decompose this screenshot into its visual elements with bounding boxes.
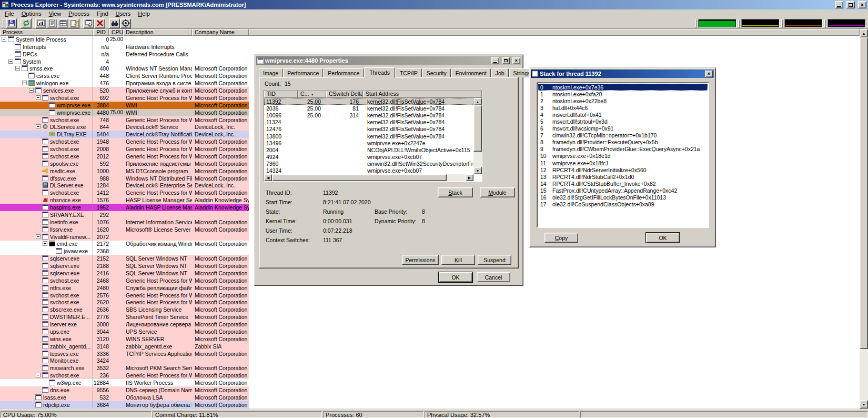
threads-scrollbar-vertical[interactable]: ▲ ▼ xyxy=(473,98,482,174)
scroll-right-icon[interactable]: ▶ xyxy=(466,174,473,181)
find-window-process-icon[interactable] xyxy=(120,18,131,28)
scrollbar-thumb[interactable] xyxy=(860,37,868,349)
kill-process-icon[interactable] xyxy=(94,18,105,28)
thread-row[interactable]: 12476kernel32.dll!FlsSetValue+0x784 xyxy=(264,126,473,133)
minimize-button[interactable] xyxy=(835,1,843,8)
thread-row[interactable]: 11324kernel32.dll!FlsSetValue+0x784 xyxy=(264,119,473,126)
cpu-usage-graph[interactable] xyxy=(698,19,736,28)
stack-frame-row[interactable]: 3hal.dll+0x44c6 xyxy=(538,104,708,111)
save-icon[interactable] xyxy=(6,18,17,28)
menu-item-file[interactable]: File xyxy=(1,10,18,17)
process-row[interactable]: zabbix_agentd...3148zabbix_agentd.exeZab… xyxy=(0,343,860,350)
menu-item-process[interactable]: Process xyxy=(65,10,93,17)
scrollbar-thumb[interactable] xyxy=(473,105,482,152)
threads-scrollbar-horizontal[interactable]: ◀ ▶ xyxy=(264,174,473,181)
process-row[interactable]: DWSTIMER.E...2776SharePoint Timer Servic… xyxy=(0,313,860,321)
column-header-cpu[interactable]: CPU xyxy=(109,29,123,36)
process-row[interactable]: System Idle Process025.00 xyxy=(0,36,860,43)
properties-maximize-button[interactable] xyxy=(502,57,510,64)
system-information-icon[interactable] xyxy=(35,18,46,28)
stack-frame-row[interactable]: 16ole32.dll!StgGetIFillLockBytesOnFile+0… xyxy=(538,194,708,201)
column-header-company-name[interactable]: Company Name xyxy=(192,29,249,36)
menu-item-users[interactable]: Users xyxy=(112,10,135,17)
tab-performance-graph[interactable]: Performance Graph xyxy=(324,68,364,77)
properties-close-button[interactable]: × xyxy=(512,57,520,64)
stack-frame-row[interactable]: 9framedyn.dll!CWbemProviderGlue::ExecQue… xyxy=(538,146,708,153)
refresh-icon[interactable] xyxy=(21,18,32,28)
tab-image[interactable]: Image xyxy=(259,68,282,77)
ok-button[interactable]: OK xyxy=(439,272,472,282)
process-row[interactable]: lsass.exe532Оболочка LSAMicrosoft Corpor… xyxy=(0,394,860,401)
tab-performance[interactable]: Performance xyxy=(283,68,323,77)
module-button[interactable]: Module xyxy=(480,187,515,197)
threads-column-header-cpu[interactable]: C...▼ xyxy=(298,91,326,98)
stack-frame-row[interactable]: 12RPCRT4.dll!NdrServerInitialize+0x560 xyxy=(538,166,708,173)
tree-collapse-icon[interactable] xyxy=(36,373,41,377)
column-header-description[interactable]: Description xyxy=(123,29,192,36)
tab-security[interactable]: Security xyxy=(422,68,451,77)
process-row[interactable]: w3wp.exe12884IIS Worker ProcessMicrosoft… xyxy=(0,379,860,386)
thread-row[interactable]: 203625.0081kernel32.dll!FlsSetValue+0x78… xyxy=(264,105,473,112)
process-row[interactable]: Monitor.exe3424 xyxy=(0,357,860,365)
close-button[interactable]: × xyxy=(858,1,866,8)
process-row[interactable]: Interruptsn/aHardware Interrupts xyxy=(0,43,860,51)
io-history-graph[interactable] xyxy=(784,19,823,28)
show-lower-pane-icon[interactable] xyxy=(57,18,68,28)
stack-frame-row[interactable]: 2ntoskrnl.exe+0x22be8 xyxy=(538,97,708,104)
process-row[interactable]: svchost.exe2620Generic Host Process for … xyxy=(0,299,860,306)
properties-minimize-button[interactable] xyxy=(491,57,499,64)
stack-frame-row[interactable]: 5msvcrt.dll!strtoul+0x3d xyxy=(538,118,708,125)
menu-item-help[interactable]: Help xyxy=(134,10,154,17)
kill-button[interactable]: Kill xyxy=(441,255,475,265)
menu-item-find[interactable]: Find xyxy=(93,10,112,17)
threads-column-header-start-address[interactable]: Start Address xyxy=(363,91,482,98)
stack-frame-row[interactable]: 13RPCRT4.dll!NdrStubCall2+0x1d0 xyxy=(538,173,708,180)
thread-row[interactable]: 2004NCObjAPI.DLL!WmiIsObjectActive+0x115 xyxy=(264,146,473,153)
threads-column-header-cswitch-delta[interactable]: CSwitch Delta xyxy=(326,91,363,98)
scroll-down-icon[interactable]: ▼ xyxy=(860,400,868,409)
process-row[interactable]: wins.exe3120WINS SERVERMicrosoft Corpora… xyxy=(0,335,860,343)
tab-environment[interactable]: Environment xyxy=(451,68,491,77)
scroll-left-icon[interactable]: ◀ xyxy=(264,174,272,181)
tree-collapse-icon[interactable] xyxy=(15,66,20,71)
restore-button[interactable] xyxy=(846,1,855,8)
process-row[interactable]: svchost.exe236Generic Host Process for W… xyxy=(0,372,860,379)
process-row[interactable]: rdpclip.exe3684Монитор буфера обмена R..… xyxy=(0,401,860,409)
tree-collapse-icon[interactable] xyxy=(22,81,27,85)
thread-row[interactable]: 4924wmiprvse.exe+0xcb07 xyxy=(264,154,473,161)
scroll-up-icon[interactable]: ▲ xyxy=(473,98,482,105)
find-handle-or-dll-icon[interactable] xyxy=(109,18,120,28)
process-row[interactable]: dns.exe9556DNS-сервер (Domain Name...Mic… xyxy=(0,386,860,394)
stack-ok-button[interactable]: OK xyxy=(646,233,680,243)
stack-frame-row[interactable]: 15FastProx.dll!CUntypedArray::AppendRang… xyxy=(538,187,708,194)
scroll-down-icon[interactable]: ▼ xyxy=(473,167,482,174)
thread-row[interactable]: 13800kernel32.dll!FlsSetValue+0x784 xyxy=(264,133,473,140)
stack-frame-row[interactable]: 6msvcrt.dll!wcsicmp+0x91 xyxy=(538,125,708,132)
stack-frame-row[interactable]: 7cimwin32.dll!CTcpMib::operator=+0x1b170 xyxy=(538,132,708,139)
stack-close-button[interactable]: × xyxy=(705,71,713,77)
stack-frame-row[interactable]: 11wmiprvse.exe+0x18fc1 xyxy=(538,160,708,166)
stack-frame-row[interactable]: 10wmiprvse.exe+0x18e1d xyxy=(538,153,708,160)
tree-collapse-icon[interactable] xyxy=(29,88,34,93)
stack-frame-row[interactable]: 17ole32.dll!CoSuspendClassObjects+0xa89 xyxy=(538,201,708,208)
physical-memory-graph[interactable] xyxy=(827,19,866,28)
stack-button[interactable]: Stack xyxy=(438,187,473,197)
process-row[interactable]: svchost.exe2576Generic Host Process for … xyxy=(0,292,860,299)
thread-row[interactable]: 1009625.00314kernel32.dll!FlsSetValue+0x… xyxy=(264,112,473,118)
tree-collapse-icon[interactable] xyxy=(36,95,41,100)
column-header-process[interactable]: Process xyxy=(0,29,93,36)
process-row[interactable]: sbscrexe.exe2636SBS Licensing ServiceMic… xyxy=(0,306,860,313)
threads-column-header-tid[interactable]: TID xyxy=(264,91,298,98)
tab-tcp-ip[interactable]: TCP/IP xyxy=(396,68,422,77)
process-row[interactable]: lserver.exe3000Лицензирование сервера ..… xyxy=(0,321,860,328)
stack-frame-row[interactable]: 8framedyn.dll!Provider::ExecuteQuery+0x5… xyxy=(538,139,708,146)
stack-frame-row[interactable]: 14RPCRT4.dll!CStdStubBuffer_Invoke+0x82 xyxy=(538,180,708,187)
menu-item-view[interactable]: View xyxy=(45,10,65,17)
tab-threads[interactable]: Threads xyxy=(364,67,395,78)
menu-item-options[interactable]: Options xyxy=(18,10,45,17)
suspend-button[interactable]: Suspend xyxy=(478,255,511,265)
thread-row[interactable]: 7360cimwin32.dll!SetWin32SecurityDescrip… xyxy=(264,161,473,167)
process-row[interactable]: mssearch.exe3532Microsoft PKM Search Ser… xyxy=(0,364,860,372)
show-process-tree-icon[interactable] xyxy=(46,18,57,28)
view-dlls-icon[interactable] xyxy=(68,18,79,28)
